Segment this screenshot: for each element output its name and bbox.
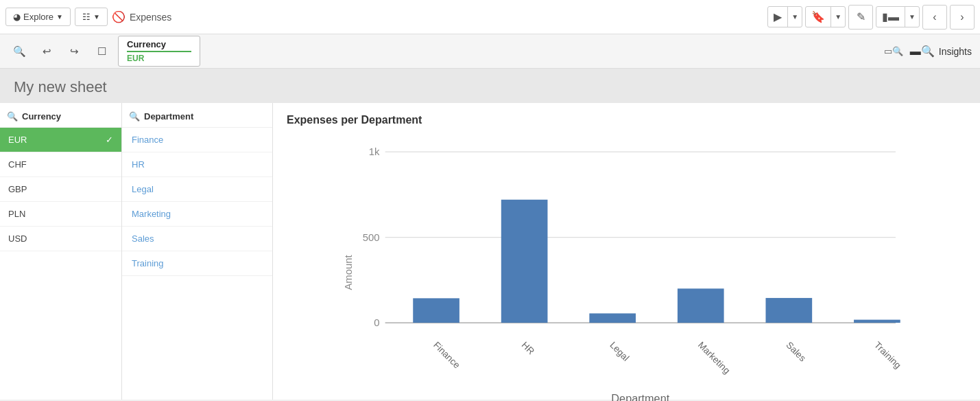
department-panel-header: 🔍 Department: [122, 103, 272, 128]
bar-training[interactable]: [854, 320, 900, 323]
toolbar-left: ◕ Explore ▼ ☷ ▼ 🚫 Expenses: [5, 8, 171, 26]
redo-icon: ↪: [70, 45, 79, 58]
insights-label: Insights: [939, 46, 972, 57]
back-button[interactable]: ‹: [922, 5, 947, 30]
dept-label-training: Training: [132, 258, 163, 268]
sheet-title: My new sheet: [14, 78, 107, 95]
filter-left: 🔍 ↩ ↪ ☐ Currency EUR: [8, 36, 200, 67]
currency-label-chf: CHF: [8, 159, 27, 170]
y-tick-0: 0: [374, 317, 379, 328]
currency-list: EUR ✓ CHF GBP PLN USD: [0, 128, 121, 400]
bookmark-chevron-icon: ▼: [831, 10, 845, 24]
pencil-icon: ✎: [857, 10, 865, 23]
list-button[interactable]: ☷ ▼: [75, 8, 108, 26]
app-icon: 🚫: [112, 10, 126, 23]
currency-label-gbp: GBP: [8, 184, 27, 194]
bar-hr[interactable]: [501, 200, 548, 323]
currency-label-pln: PLN: [8, 209, 25, 219]
clear-selection-button[interactable]: ☐: [91, 41, 112, 62]
dept-label-legal: Legal: [132, 184, 154, 194]
search-icon-dept: 🔍: [129, 111, 140, 122]
x-label-sales: Sales: [784, 340, 808, 364]
filter-chip-value: EUR: [127, 51, 191, 63]
x-label-marketing: Marketing: [696, 340, 732, 376]
app-title-text: Expenses: [130, 12, 171, 23]
bookmark-button[interactable]: 🔖 ▼: [805, 6, 846, 27]
forward-icon: ›: [960, 11, 964, 23]
currency-filter-chip[interactable]: Currency EUR: [118, 36, 200, 67]
presentation-button[interactable]: ▶ ▼: [767, 6, 802, 27]
clear-icon: ☐: [97, 45, 106, 58]
chart-svg-container: Amount 1k 500 0 Finance HR: [287, 133, 966, 401]
dept-item-marketing[interactable]: Marketing: [122, 202, 272, 227]
back-selection-button[interactable]: ↩: [36, 41, 58, 62]
department-panel-title: Department: [144, 111, 193, 122]
chart-area: Expenses per Department Amount 1k 500 0 …: [273, 103, 980, 400]
presentation-icon: ▶: [768, 7, 788, 27]
currency-item-gbp[interactable]: GBP: [0, 177, 121, 202]
dept-label-marketing: Marketing: [132, 209, 171, 219]
chart-svg: Amount 1k 500 0 Finance HR: [287, 133, 966, 401]
dept-item-finance[interactable]: Finance: [122, 128, 272, 152]
x-label-training: Training: [872, 340, 903, 371]
bar-marketing[interactable]: [678, 288, 724, 323]
chart-type-button[interactable]: ▮▬ ▼: [876, 6, 920, 27]
sheet-title-area: My new sheet: [0, 69, 980, 103]
chart-chevron-icon: ▼: [905, 10, 919, 24]
search-icon: 🔍: [7, 111, 18, 122]
x-label-finance: Finance: [431, 340, 462, 371]
filter-right: ▭🔍 ▬🔍 Insights: [883, 41, 972, 62]
dept-label-finance: Finance: [132, 135, 163, 145]
dept-item-sales[interactable]: Sales: [122, 227, 272, 251]
undo-icon: ↩: [43, 45, 51, 58]
bookmark-icon: 🔖: [806, 7, 831, 27]
y-axis-label: Amount: [343, 255, 354, 290]
currency-item-pln[interactable]: PLN: [0, 202, 121, 227]
edit-button[interactable]: ✎: [848, 5, 873, 30]
dept-item-hr[interactable]: HR: [122, 152, 272, 177]
list-icon: ☷: [82, 12, 91, 22]
explore-chevron-icon: ▼: [56, 13, 63, 21]
currency-panel-header: 🔍 Currency: [0, 103, 121, 128]
back-icon: ‹: [933, 11, 936, 23]
search-filter-button[interactable]: 🔍: [8, 41, 30, 62]
search-icon: 🔍: [13, 45, 26, 58]
chevron-down-icon: ▼: [93, 13, 100, 21]
explore-label: Explore: [23, 12, 53, 22]
insights-button[interactable]: ▬🔍 Insights: [910, 45, 972, 58]
app-title-area: 🚫 Expenses: [112, 10, 171, 23]
department-panel: 🔍 Department Finance HR Legal Marketing …: [122, 103, 273, 400]
insights-icon: ▬🔍: [910, 45, 935, 58]
chart-title: Expenses per Department: [287, 114, 966, 126]
toolbar-right: ▶ ▼ 🔖 ▼ ✎ ▮▬ ▼ ‹ ›: [767, 5, 975, 30]
top-toolbar: ◕ Explore ▼ ☷ ▼ 🚫 Expenses ▶ ▼ 🔖 ▼ ✎ ▮▬ …: [0, 0, 980, 34]
presentation-chevron-icon: ▼: [788, 10, 802, 24]
dept-item-legal[interactable]: Legal: [122, 177, 272, 202]
y-tick-1k: 1k: [369, 146, 380, 157]
currency-item-usd[interactable]: USD: [0, 227, 121, 251]
currency-label-eur: EUR: [8, 135, 27, 145]
bar-legal[interactable]: [589, 313, 636, 323]
currency-item-chf[interactable]: CHF: [0, 152, 121, 177]
main-content: 🔍 Currency EUR ✓ CHF GBP PLN USD 🔍: [0, 103, 980, 400]
selections-icon-button[interactable]: ▭🔍: [883, 41, 905, 62]
forward-selection-button[interactable]: ↪: [63, 41, 85, 62]
department-list: Finance HR Legal Marketing Sales Trainin…: [122, 128, 272, 400]
currency-label-usd: USD: [8, 233, 27, 244]
compass-icon: ◕: [13, 12, 21, 22]
forward-button[interactable]: ›: [950, 5, 975, 30]
x-label-legal: Legal: [608, 340, 631, 363]
check-icon-eur: ✓: [106, 135, 113, 145]
y-tick-500: 500: [363, 232, 380, 243]
dept-item-training[interactable]: Training: [122, 251, 272, 276]
dept-label-hr: HR: [132, 159, 145, 170]
chart-icon: ▮▬: [876, 7, 905, 27]
dept-label-sales: Sales: [132, 233, 154, 244]
currency-panel: 🔍 Currency EUR ✓ CHF GBP PLN USD: [0, 103, 122, 400]
bar-finance[interactable]: [413, 298, 459, 323]
bar-sales[interactable]: [766, 298, 813, 323]
currency-item-eur[interactable]: EUR ✓: [0, 128, 121, 152]
selections-icon: ▭🔍: [884, 46, 903, 56]
explore-button[interactable]: ◕ Explore ▼: [5, 8, 71, 26]
x-axis-label: Department: [611, 392, 669, 401]
